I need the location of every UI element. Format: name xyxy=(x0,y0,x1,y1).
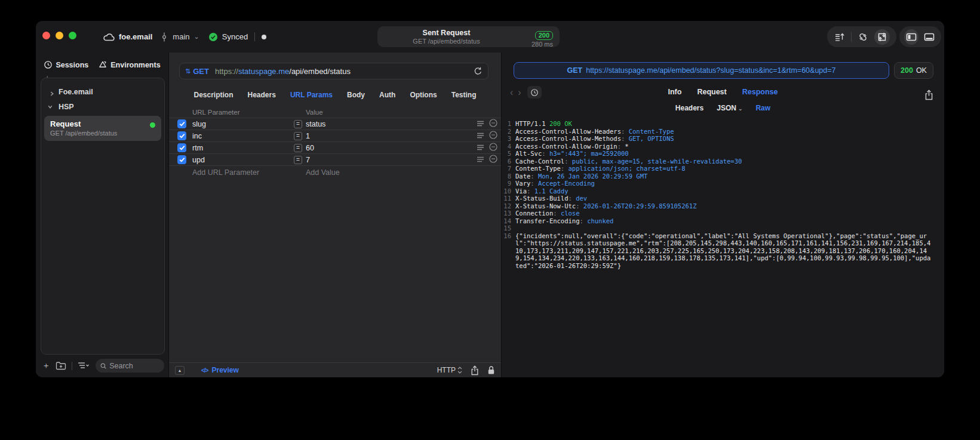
sidebar-panel-icon xyxy=(906,32,917,42)
tab-testing[interactable]: Testing xyxy=(451,91,477,99)
param-checkbox[interactable] xyxy=(177,143,186,152)
project-name[interactable]: foe.email xyxy=(119,32,152,41)
share-icon[interactable] xyxy=(471,365,479,376)
sort-list-icon[interactable] xyxy=(78,362,90,370)
tab-description[interactable]: Description xyxy=(194,91,234,99)
preview-button[interactable]: </> Preview xyxy=(201,366,239,374)
sidebar-item-request[interactable]: Request GET /api/embed/status xyxy=(44,116,161,141)
titlebar: foe.email main ⌄ Synced Sent Request GET… xyxy=(36,21,944,53)
activity-status-badge: 200 xyxy=(535,31,553,40)
code-line: 8Date: Mon, 26 Jan 2026 20:29:59 GMT xyxy=(502,173,944,180)
search-input[interactable] xyxy=(109,362,159,370)
resend-refresh-icon[interactable] xyxy=(474,66,483,76)
line-number: 4 xyxy=(502,143,511,150)
protocol-selector[interactable]: HTTP xyxy=(437,366,462,374)
new-folder-icon[interactable] xyxy=(56,361,66,370)
param-value-field[interactable]: 60 xyxy=(306,144,477,152)
param-name-field[interactable]: upd xyxy=(192,156,294,164)
param-name-field[interactable]: inc xyxy=(192,132,294,140)
tab-headers[interactable]: Headers xyxy=(248,91,276,99)
param-name-field[interactable]: rtm xyxy=(192,144,294,152)
status-label: OK xyxy=(916,66,927,75)
history-back-button[interactable]: ‹ xyxy=(509,87,514,99)
synced-check-icon xyxy=(208,32,218,42)
equals-icon: = xyxy=(294,156,302,164)
remove-param-button[interactable] xyxy=(489,143,497,153)
param-checkbox[interactable] xyxy=(177,119,186,128)
tab-url-params[interactable]: URL Params xyxy=(290,91,333,99)
request-method[interactable]: GET xyxy=(193,67,209,76)
tab-options[interactable]: Options xyxy=(410,91,437,99)
close-window-button[interactable] xyxy=(42,32,50,39)
updown-chevrons-icon xyxy=(457,367,462,374)
minimize-window-button[interactable] xyxy=(56,32,63,39)
param-value-field[interactable]: 7 xyxy=(306,156,477,164)
code-text: Alt-Svc: h3=":443"; ma=2592000 xyxy=(515,150,944,158)
add-param-value-placeholder[interactable]: Add Value xyxy=(294,168,340,177)
param-checkbox[interactable] xyxy=(177,155,186,164)
code-line: 5Alt-Svc: h3=":443"; ma=2592000 xyxy=(502,150,944,158)
subtab-headers[interactable]: Headers xyxy=(675,104,703,112)
sent-request-method: GET xyxy=(567,66,582,75)
remove-param-button[interactable] xyxy=(489,119,497,129)
sync-button[interactable] xyxy=(855,29,871,45)
line-number: 9 xyxy=(502,180,511,187)
sent-request-url[interactable]: GET https://statuspage.me/api/embed/stat… xyxy=(514,62,889,79)
param-checkbox[interactable] xyxy=(177,131,186,140)
tab-auth[interactable]: Auth xyxy=(379,91,395,99)
branch-chevron-down-icon[interactable]: ⌄ xyxy=(194,33,199,41)
raw-response-view[interactable]: 1HTTP/1.1 200 OK2Access-Control-Allow-He… xyxy=(502,120,944,269)
row-drag-handle-icon[interactable] xyxy=(477,156,485,164)
request-editor-panel: ⇅ GET https://statuspage.me/api/embed/st… xyxy=(168,53,502,377)
request-url-field[interactable]: ⇅ GET https://statuspage.me/api/embed/st… xyxy=(179,63,489,79)
code-text: Cache-Control: public, max-age=15, stale… xyxy=(515,158,944,165)
line-number: 16 xyxy=(502,232,511,270)
add-param-row[interactable]: Add URL Parameter Add Value xyxy=(169,166,501,179)
tree-item-foe-email[interactable]: Foe.email xyxy=(41,84,164,99)
import-text-button[interactable] xyxy=(832,29,847,45)
add-param-name-placeholder[interactable]: Add URL Parameter xyxy=(192,168,294,177)
tab-sessions[interactable]: Sessions xyxy=(44,60,88,69)
line-number: 12 xyxy=(502,202,511,210)
tab-info[interactable]: Info xyxy=(668,88,682,96)
add-request-button[interactable]: ＋ xyxy=(42,361,50,371)
toggle-bottom-panel-button[interactable] xyxy=(922,29,936,45)
tab-response[interactable]: Response xyxy=(742,88,778,96)
method-updown-icon[interactable]: ⇅ xyxy=(185,67,191,75)
collapse-editor-button[interactable]: ▲ xyxy=(175,366,185,375)
toolbar-group-panels xyxy=(899,26,941,47)
row-drag-handle-icon[interactable] xyxy=(477,132,485,140)
subtab-raw[interactable]: Raw xyxy=(755,104,770,112)
sync-status-label[interactable]: Synced xyxy=(222,32,248,41)
sidebar-search[interactable] xyxy=(96,359,164,373)
tab-body[interactable]: Body xyxy=(347,91,365,99)
protocol-label: HTTP xyxy=(437,366,456,374)
param-value-field[interactable]: status xyxy=(306,120,477,128)
branch-name[interactable]: main xyxy=(173,32,189,41)
tab-request[interactable]: Request xyxy=(697,88,726,96)
tree-item-hsp[interactable]: HSP xyxy=(41,99,164,114)
param-value-field[interactable]: 1 xyxy=(306,132,477,140)
chevron-down-icon: ⌄ xyxy=(738,106,743,112)
export-response-button[interactable] xyxy=(924,90,933,100)
activity-pill[interactable]: Sent Request GET /api/embed/status 200 2… xyxy=(377,26,560,47)
remove-param-button[interactable] xyxy=(489,131,497,141)
lock-icon[interactable] xyxy=(487,365,495,375)
zoom-window-button[interactable] xyxy=(69,32,76,39)
url-host: statuspage.me xyxy=(238,67,289,76)
import-export-button[interactable] xyxy=(874,29,890,45)
row-drag-handle-icon[interactable] xyxy=(477,120,485,128)
row-drag-handle-icon[interactable] xyxy=(477,144,485,152)
chevron-down-icon[interactable] xyxy=(50,104,54,109)
history-forward-button[interactable]: › xyxy=(517,87,522,99)
chevron-right-icon[interactable] xyxy=(50,90,54,94)
code-line: 15 xyxy=(502,224,944,232)
subtab-json[interactable]: JSON⌄ xyxy=(717,104,742,112)
param-name-field[interactable]: slug xyxy=(192,120,294,128)
toggle-sidebar-button[interactable] xyxy=(904,29,918,45)
remove-param-button[interactable] xyxy=(489,155,497,165)
code-icon: </> xyxy=(201,367,208,374)
history-button[interactable] xyxy=(527,86,542,99)
tab-environments[interactable]: Environments xyxy=(98,60,160,69)
tab-environments-label: Environments xyxy=(110,61,160,69)
